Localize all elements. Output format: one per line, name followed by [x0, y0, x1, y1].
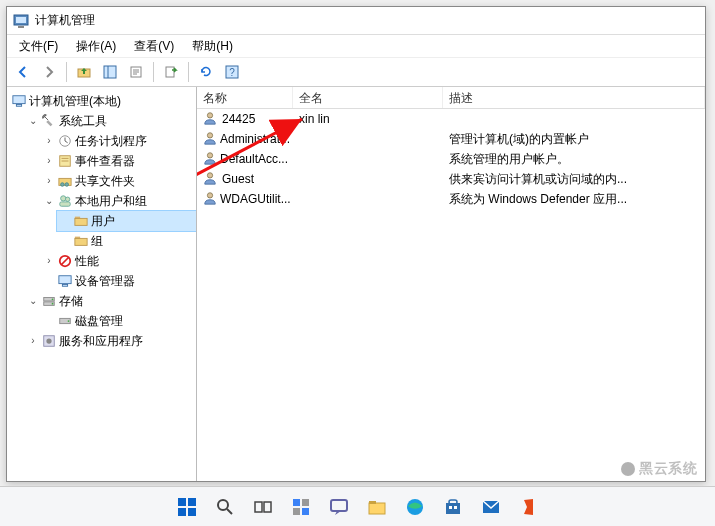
list-header: 名称 全名 描述 [197, 87, 705, 109]
menu-file[interactable]: 文件(F) [11, 36, 66, 57]
column-name[interactable]: 名称 [197, 87, 293, 108]
show-hide-tree-button[interactable] [98, 60, 122, 84]
tree-label: 任务计划程序 [75, 132, 147, 150]
task-view-button[interactable] [247, 491, 279, 523]
user-list-pane: 名称 全名 描述 24425xin linAdministrat...管理计算机… [197, 87, 705, 481]
start-button[interactable] [171, 491, 203, 523]
svg-point-24 [65, 197, 69, 201]
svg-point-52 [218, 500, 228, 510]
mail-button[interactable] [475, 491, 507, 523]
user-row[interactable]: 24425xin lin [197, 109, 705, 129]
user-row[interactable]: Administrat...管理计算机(域)的内置帐户 [197, 129, 705, 149]
tree-system-tools[interactable]: ⌄ 系统工具 [25, 111, 196, 131]
svg-point-44 [207, 153, 212, 158]
computer-icon [11, 93, 27, 109]
svg-rect-66 [449, 506, 452, 509]
svg-point-41 [46, 338, 51, 343]
tree-users[interactable]: 用户 [57, 211, 196, 231]
list-body[interactable]: 24425xin linAdministrat...管理计算机(域)的内置帐户D… [197, 109, 705, 209]
menu-help[interactable]: 帮助(H) [184, 36, 241, 57]
tree-label: 磁盘管理 [75, 312, 123, 330]
user-fullname: xin lin [293, 112, 443, 126]
app-icon [13, 13, 29, 29]
edge-button[interactable] [399, 491, 431, 523]
user-description: 供来宾访问计算机或访问域的内... [443, 171, 705, 188]
widgets-button[interactable] [285, 491, 317, 523]
svg-rect-67 [454, 506, 457, 509]
expand-icon[interactable]: › [27, 332, 39, 350]
tree-label: 用户 [91, 212, 115, 230]
user-description: 管理计算机(域)的内置帐户 [443, 131, 705, 148]
svg-point-36 [52, 298, 54, 300]
tree-task-scheduler[interactable]: ›任务计划程序 [41, 131, 196, 151]
svg-rect-14 [16, 105, 21, 107]
menu-view[interactable]: 查看(V) [126, 36, 182, 57]
tree-local-users-groups[interactable]: ⌄本地用户和组 [41, 191, 196, 211]
tree-root[interactable]: 计算机管理(本地) [9, 91, 196, 111]
user-row[interactable]: DefaultAcc...系统管理的用户帐户。 [197, 149, 705, 169]
tree-storage[interactable]: ⌄存储 [25, 291, 196, 311]
svg-rect-27 [75, 218, 87, 225]
disk-icon [57, 313, 73, 329]
tree-groups[interactable]: 组 [57, 231, 196, 251]
body-area: 计算机管理(本地) ⌄ 系统工具 ›任务计划程序 ›事件查看器 [7, 87, 705, 481]
toolbar: ? [7, 57, 705, 87]
help-button[interactable]: ? [220, 60, 244, 84]
expand-icon[interactable]: › [43, 172, 55, 190]
performance-icon [57, 253, 73, 269]
taskbar [0, 486, 715, 526]
svg-rect-49 [188, 498, 196, 506]
tree-performance[interactable]: ›性能 [41, 251, 196, 271]
back-button[interactable] [11, 60, 35, 84]
file-explorer-button[interactable] [361, 491, 393, 523]
svg-rect-56 [293, 499, 300, 506]
tree-shared-folders[interactable]: ›共享文件夹 [41, 171, 196, 191]
device-icon [57, 273, 73, 289]
office-button[interactable] [513, 491, 545, 523]
user-row[interactable]: WDAGUtilit...系统为 Windows Defender 应用... [197, 189, 705, 209]
user-icon [203, 131, 217, 147]
svg-line-31 [62, 258, 69, 265]
collapse-icon[interactable]: ⌄ [43, 192, 55, 210]
column-description[interactable]: 描述 [443, 87, 705, 108]
menu-action[interactable]: 操作(A) [68, 36, 124, 57]
chat-button[interactable] [323, 491, 355, 523]
expand-icon[interactable]: › [43, 132, 55, 150]
svg-rect-33 [62, 285, 67, 287]
collapse-icon[interactable]: ⌄ [27, 112, 39, 130]
svg-rect-65 [449, 500, 457, 504]
svg-rect-15 [46, 120, 52, 126]
refresh-button[interactable] [194, 60, 218, 84]
collapse-icon[interactable]: ⌄ [27, 292, 39, 310]
titlebar[interactable]: 计算机管理 [7, 7, 705, 35]
tools-icon [41, 113, 57, 129]
svg-point-39 [68, 320, 70, 322]
storage-icon [41, 293, 57, 309]
expand-icon[interactable]: › [43, 152, 55, 170]
tree-event-viewer[interactable]: ›事件查看器 [41, 151, 196, 171]
svg-rect-25 [60, 202, 71, 206]
tree-device-manager[interactable]: 设备管理器 [41, 271, 196, 291]
column-fullname[interactable]: 全名 [293, 87, 443, 108]
svg-rect-2 [18, 26, 24, 28]
search-button[interactable] [209, 491, 241, 523]
export-button[interactable] [159, 60, 183, 84]
user-row[interactable]: Guest供来宾访问计算机或访问域的内... [197, 169, 705, 189]
navigation-tree[interactable]: 计算机管理(本地) ⌄ 系统工具 ›任务计划程序 ›事件查看器 [7, 87, 197, 481]
svg-rect-58 [293, 508, 300, 515]
svg-rect-32 [59, 276, 71, 284]
user-name: 24425 [222, 112, 255, 126]
tree-label: 存储 [59, 292, 83, 310]
svg-point-42 [207, 113, 212, 118]
forward-button[interactable] [37, 60, 61, 84]
expand-icon[interactable]: › [43, 252, 55, 270]
event-icon [57, 153, 73, 169]
tree-services-apps[interactable]: ›服务和应用程序 [25, 331, 196, 351]
up-button[interactable] [72, 60, 96, 84]
user-icon [203, 171, 219, 187]
tree-label: 计算机管理(本地) [29, 92, 121, 110]
tree-disk-management[interactable]: 磁盘管理 [41, 311, 196, 331]
svg-rect-61 [369, 503, 385, 514]
properties-button[interactable] [124, 60, 148, 84]
store-button[interactable] [437, 491, 469, 523]
